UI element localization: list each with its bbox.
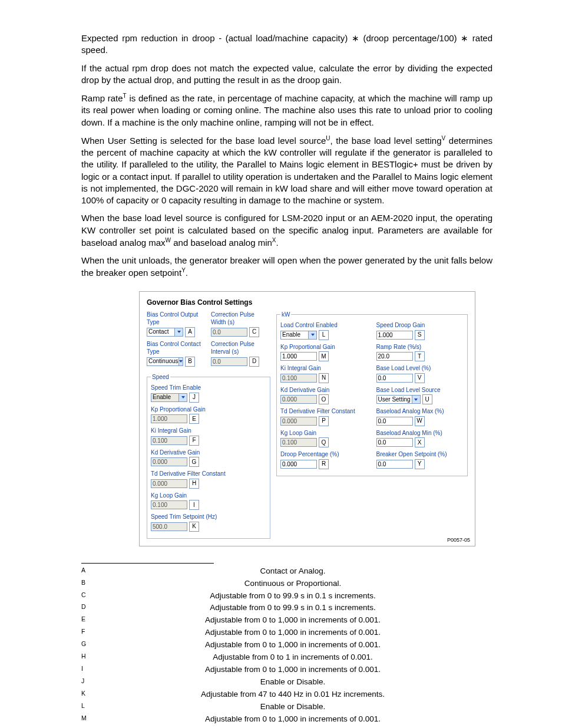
letter-e-marker: E [189, 414, 199, 424]
letter-n-marker: N [319, 373, 329, 383]
speed-ki-input[interactable]: 0.100 [151, 436, 187, 445]
speed-kp-input[interactable]: 1.000 [151, 414, 187, 423]
footnote-desc: Adjustable from 0 to 99.9 s in 0.1 s inc… [93, 602, 492, 614]
speed-setpoint-label: Speed Trim Setpoint (Hz) [151, 513, 266, 521]
speed-kg-input[interactable]: 0.100 [151, 500, 187, 509]
letter-l-marker: L [319, 330, 329, 340]
baseload-analog-min-label: Baseload Analog Min (%) [376, 429, 464, 437]
kw-ki-label: Ki Integral Gain [280, 364, 368, 373]
letter-x-marker: X [415, 437, 425, 447]
kw-kd-input[interactable]: 0.000 [280, 395, 317, 404]
footnote-letter: C [81, 590, 93, 602]
speed-td-input[interactable]: 0.000 [151, 479, 187, 488]
bias-contact-type-label: Bias Control Contact Type [147, 340, 206, 356]
speed-group: Speed Speed Trim Enable EnableJ Kp Propo… [147, 373, 270, 539]
figure-title: Governor Bias Control Settings [147, 298, 468, 307]
letter-j-marker: J [189, 393, 199, 403]
footnote-letter: F [81, 627, 93, 639]
baseload-analog-min-input[interactable]: 0.0 [376, 438, 413, 447]
speed-droop-gain-input[interactable]: 1.000 [376, 331, 413, 340]
chevron-down-icon [174, 328, 183, 336]
footnote-letter: B [81, 578, 93, 590]
letter-u-marker: U [422, 394, 432, 404]
speed-setpoint-input[interactable]: 500.0 [151, 522, 187, 531]
letter-s-marker: S [415, 330, 425, 340]
footnote-letter: E [81, 614, 93, 627]
letter-g-marker: G [189, 457, 199, 467]
speed-droop-gain-label: Speed Droop Gain [376, 321, 464, 330]
footnote-letter: G [81, 639, 93, 651]
footnote-desc: Adjustable from 0 to 99.9 s in 0.1 s inc… [93, 590, 492, 602]
paragraph-5: When the base load level source is confi… [81, 212, 492, 249]
letter-t-marker: T [415, 351, 425, 361]
base-load-source-select[interactable]: User Setting [376, 395, 421, 404]
pulse-width-label: Correction Pulse Width (s) [211, 311, 270, 327]
kw-kg-input[interactable]: 0.100 [280, 438, 317, 447]
kw-td-input[interactable]: 0.000 [280, 417, 317, 426]
letter-a-marker: A [185, 327, 195, 337]
kw-kp-input[interactable]: 1.000 [280, 352, 317, 361]
ramp-rate-input[interactable]: 20.0 [376, 352, 413, 361]
letter-f-marker: F [189, 436, 199, 446]
speed-td-label: Td Derivative Filter Constant [151, 470, 266, 478]
letter-d-marker: D [249, 357, 259, 367]
bias-output-type-select[interactable]: Contact [147, 328, 183, 337]
letter-b-marker: B [185, 357, 195, 367]
speed-trim-enable-label: Speed Trim Enable [151, 384, 266, 392]
breaker-open-setpoint-label: Breaker Open Setpoint (%) [376, 450, 464, 459]
paragraph-6: When the unit unloads, the generator bre… [81, 255, 492, 279]
footnote-letter: H [81, 651, 93, 664]
speed-kd-input[interactable]: 0.000 [151, 457, 187, 466]
footnote-desc: Adjustable from 47 to 440 Hz in 0.01 Hz … [93, 689, 492, 701]
chevron-down-icon [412, 396, 420, 403]
speed-trim-enable-select[interactable]: Enable [151, 393, 187, 402]
paragraph-3: Ramp rateT is defined as the rate, in pe… [81, 92, 492, 129]
kw-kp-label: Kp Proportional Gain [280, 343, 368, 351]
base-load-level-input[interactable]: 0.0 [376, 374, 413, 383]
paragraph-1: Expected rpm reduction in droop - (actua… [81, 32, 492, 57]
baseload-analog-max-input[interactable]: 0.0 [376, 417, 413, 426]
droop-percentage-label: Droop Percentage (%) [280, 450, 368, 459]
letter-v-marker: V [415, 373, 425, 383]
footnote-desc: Enable or Disable. [93, 701, 492, 713]
speed-ki-label: Ki Integral Gain [151, 427, 266, 435]
footnotes: AContact or Analog. BContinuous or Propo… [81, 565, 492, 728]
letter-m-marker: M [319, 351, 329, 361]
load-control-enabled-select[interactable]: Enable [280, 331, 317, 340]
letter-q-marker: Q [319, 437, 329, 447]
footnote-letter: A [81, 565, 93, 578]
breaker-open-setpoint-input[interactable]: 0.0 [376, 460, 413, 469]
chevron-down-icon [178, 394, 187, 401]
baseload-analog-max-label: Baseload Analog Max (%) [376, 407, 464, 416]
letter-c-marker: C [249, 327, 259, 337]
footnote-desc: Adjustable from 0 to 1 in increments of … [93, 651, 492, 664]
kw-td-label: Td Derivative Filter Constant [280, 407, 368, 416]
letter-o-marker: O [319, 394, 329, 404]
footnote-letter: L [81, 701, 93, 713]
footnote-letter: J [81, 676, 93, 689]
speed-kd-label: Kd Derivative Gain [151, 449, 266, 457]
figure-id: P0057-05 [447, 536, 470, 543]
load-control-enabled-label: Load Control Enabled [280, 321, 368, 330]
governor-settings-figure: Governor Bias Control Settings Bias Cont… [139, 291, 475, 546]
footnote-letter: D [81, 602, 93, 614]
pulse-width-input[interactable]: 0.0 [211, 328, 247, 337]
footnote-desc: Contact or Analog. [93, 565, 492, 578]
footnote-desc: Adjustable from 0 to 1,000 in increments… [93, 627, 492, 639]
droop-percentage-input[interactable]: 0.000 [280, 460, 317, 469]
footnote-letter: M [81, 713, 93, 726]
bias-contact-type-select[interactable]: Continuous [147, 357, 183, 366]
paragraph-4: When User Setting is selected for the ba… [81, 134, 492, 207]
kw-group: kW Load Control Enabled EnableL Kp Propo… [276, 311, 468, 476]
footnote-desc: Adjustable from 0 to 1,000 in increments… [93, 713, 492, 726]
letter-i-marker: I [189, 500, 199, 510]
kw-kg-label: Kg Loop Gain [280, 429, 368, 437]
letter-w-marker: W [415, 416, 425, 426]
footnote-desc: Adjustable from 0 to 1,000 in increments… [93, 664, 492, 676]
pulse-interval-input[interactable]: 0.0 [211, 357, 247, 366]
footnote-desc: Enable or Disable. [93, 676, 492, 689]
speed-legend: Speed [151, 373, 170, 381]
kw-ki-input[interactable]: 0.100 [280, 374, 317, 383]
footnote-letter: N [81, 726, 93, 728]
letter-y-marker: Y [415, 459, 425, 469]
